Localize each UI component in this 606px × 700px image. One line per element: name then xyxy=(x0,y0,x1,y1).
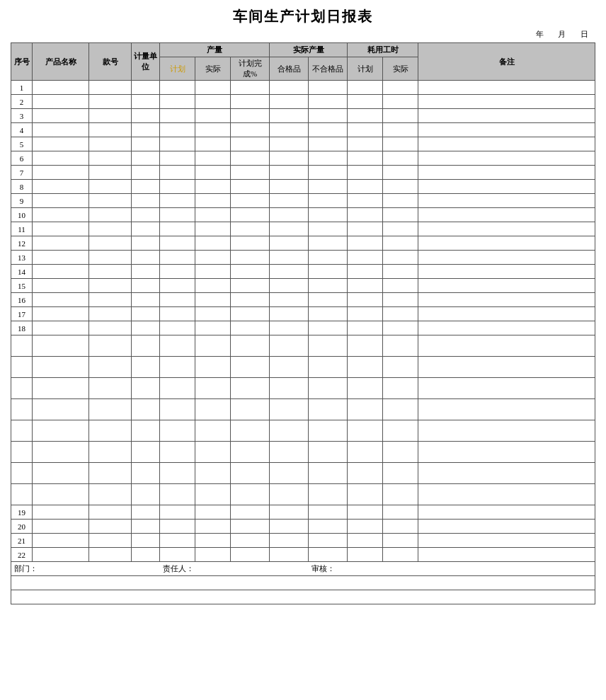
header-output: 产量 xyxy=(160,43,270,57)
table-row: 19 xyxy=(11,505,595,520)
table-row-blank xyxy=(11,399,595,420)
header-seq: 序号 xyxy=(11,43,33,81)
month-label: 月 xyxy=(558,30,566,38)
table-row-blank xyxy=(11,335,595,357)
subheader-qualified: 合格品 xyxy=(270,57,309,81)
table-row-blank xyxy=(11,357,595,378)
table-row: 7 xyxy=(11,166,595,180)
table-row: 20 xyxy=(11,520,595,534)
table-row: 3 xyxy=(11,109,595,123)
subheader-actual: 实际 xyxy=(195,57,231,81)
table-row: 8 xyxy=(11,180,595,194)
header-product: 产品名称 xyxy=(33,43,89,81)
table-row: 10 xyxy=(11,208,595,222)
table-row: 18 xyxy=(11,321,595,335)
table-row: 16 xyxy=(11,293,595,307)
day-label: 日 xyxy=(581,30,588,38)
subheader-complete: 计划完成% xyxy=(231,57,270,81)
table-row: 21 xyxy=(11,534,595,548)
table-row: 17 xyxy=(11,307,595,321)
table-row: 15 xyxy=(11,279,595,293)
table-row: 1 xyxy=(11,81,595,95)
footer-department: 部门： xyxy=(11,562,160,576)
main-table: 序号 产品名称 款号 计量单位 产量 实际产量 耗用工时 备注 计划 实际 计划… xyxy=(11,42,595,604)
subheader-actual-hours: 实际 xyxy=(383,57,418,81)
subheader-plan: 计划 xyxy=(160,57,195,81)
table-row-blank xyxy=(11,442,595,463)
table-row: 22 xyxy=(11,548,595,562)
table-row-blank-bottom xyxy=(11,576,595,590)
header-work-hours: 耗用工时 xyxy=(348,43,418,57)
table-row-blank xyxy=(11,378,595,399)
footer-responsible: 责任人： xyxy=(160,562,309,576)
subheader-plan-hours: 计划 xyxy=(348,57,383,81)
table-row: 14 xyxy=(11,265,595,279)
year-label: 年 xyxy=(536,30,544,38)
table-row: 11 xyxy=(11,222,595,236)
table-row-blank xyxy=(11,420,595,442)
subheader-unqualified: 不合格品 xyxy=(309,57,348,81)
table-row: 4 xyxy=(11,123,595,137)
table-row: 2 xyxy=(11,95,595,109)
table-row-blank-bottom xyxy=(11,590,595,604)
header-unit: 计量单位 xyxy=(132,43,160,81)
table-row: 6 xyxy=(11,151,595,166)
header-actual-output: 实际产量 xyxy=(270,43,348,57)
footer-audit: 审核： xyxy=(309,562,595,576)
table-row: 9 xyxy=(11,194,595,208)
page: 车间生产计划日报表 年 月 日 序号 产品名称 款号 计量单位 xyxy=(0,0,606,612)
table-row-blank xyxy=(11,463,595,484)
table-row: 12 xyxy=(11,236,595,251)
date-row: 年 月 日 xyxy=(11,29,595,40)
footer-row: 部门： 责任人： 审核： xyxy=(11,562,595,576)
header-row-1: 序号 产品名称 款号 计量单位 产量 实际产量 耗用工时 备注 xyxy=(11,43,595,57)
header-remark: 备注 xyxy=(418,43,595,81)
table-row-blank xyxy=(11,484,595,505)
page-title: 车间生产计划日报表 xyxy=(11,7,595,26)
header-model: 款号 xyxy=(89,43,132,81)
table-row: 13 xyxy=(11,251,595,265)
table-row: 5 xyxy=(11,137,595,151)
